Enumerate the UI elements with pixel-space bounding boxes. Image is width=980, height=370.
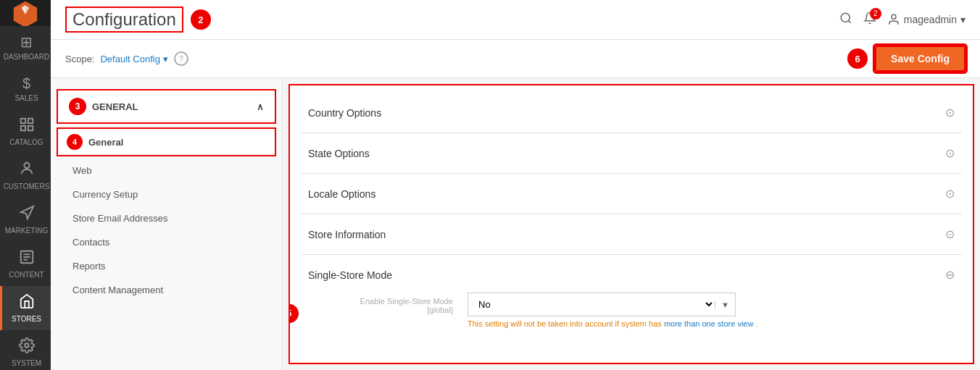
sidebar-item-stores[interactable]: STORES (0, 286, 51, 330)
notification-badge: 2 (870, 8, 881, 20)
scope-select[interactable]: Default Config ▾ (100, 54, 167, 64)
sidebar-item-sales[interactable]: $ SALES (0, 68, 51, 109)
expand-icon: ⊙ (945, 106, 955, 119)
section-title: Country Options (308, 107, 381, 119)
svg-rect-6 (28, 126, 32, 130)
scope-value: Default Config (100, 54, 159, 64)
enable-single-store-mode-row: Enable Single-Store Mode [global] No Yes… (308, 293, 955, 335)
content-icon (19, 249, 35, 269)
magento-logo-icon (12, 0, 38, 26)
sidebar-item-label: SALES (14, 94, 38, 102)
section-title: State Options (308, 148, 370, 159)
expand-icon: ⊙ (945, 187, 955, 201)
sidebar-item-dashboard[interactable]: ⊞ DASHBOARD (0, 26, 51, 68)
header-right: 2 mageadmin ▾ (839, 12, 966, 28)
config-panel: 5 Country Options ⊙ State Options ⊙ Loca… (288, 84, 974, 364)
nav-item-reports[interactable]: Reports (51, 254, 282, 278)
field-note: This setting will not be taken into acco… (468, 319, 758, 328)
nav-item-content-mgmt[interactable]: Content Management (51, 278, 282, 302)
nav-item-contacts[interactable]: Contacts (51, 230, 282, 254)
scope-left: Scope: Default Config ▾ ? (65, 51, 188, 66)
svg-point-13 (841, 13, 850, 22)
content-area: 3 GENERAL ∧ 4 General Web Currency Setup… (51, 78, 980, 370)
save-config-button[interactable]: Save Config (875, 46, 966, 72)
single-store-mode-header: Single-Store Mode ⊖ (308, 268, 955, 282)
nav-section-label: GENERAL (92, 101, 138, 112)
sidebar: ⊞ DASHBOARD $ SALES CATALOG CUSTOMERS MA… (0, 0, 51, 370)
catalog-icon (19, 117, 35, 136)
field-note-link[interactable]: more than one store view (664, 319, 754, 328)
marketing-icon (19, 205, 35, 224)
expand-icon: ⊙ (945, 146, 955, 160)
sidebar-item-marketing[interactable]: MARKETING (0, 198, 51, 242)
sidebar-item-label: CONTENT (9, 271, 43, 279)
sidebar-logo (0, 0, 51, 26)
select-arrow-icon: ▼ (715, 300, 735, 309)
sidebar-item-customers[interactable]: CUSTOMERS (0, 154, 51, 198)
svg-point-12 (25, 343, 29, 348)
sidebar-item-label: STORES (12, 315, 41, 323)
system-icon (19, 337, 35, 357)
search-icon[interactable] (839, 12, 852, 28)
svg-rect-5 (20, 126, 25, 130)
expand-icon: ⊙ (945, 227, 955, 241)
sidebar-item-label: DASHBOARD (4, 53, 49, 61)
page-title-area: Configuration 2 (65, 7, 211, 33)
main-area: Configuration 2 2 mageadmin ▾ (51, 0, 980, 370)
nav-item-general[interactable]: 4 General (57, 127, 276, 156)
sidebar-item-content[interactable]: CONTENT (0, 242, 51, 286)
stores-icon (19, 293, 35, 313)
sidebar-item-catalog[interactable]: CATALOG (0, 109, 51, 154)
step-badge-5: 5 (288, 304, 299, 323)
config-section-state-options[interactable]: State Options ⊙ (301, 133, 962, 174)
help-icon[interactable]: ? (174, 51, 188, 66)
scope-dropdown-icon: ▾ (163, 54, 168, 64)
nav-item-currency[interactable]: Currency Setup (51, 182, 282, 206)
sidebar-item-label: CUSTOMERS (4, 182, 50, 190)
nav-item-web[interactable]: Web (51, 159, 282, 182)
user-dropdown-icon: ▾ (960, 14, 966, 25)
config-section-store-information[interactable]: Store Information ⊙ (301, 214, 962, 255)
sidebar-item-system[interactable]: SYSTEM (0, 330, 51, 370)
sidebar-item-label: SYSTEM (12, 359, 41, 367)
nav-item-store-email[interactable]: Store Email Addresses (51, 206, 282, 230)
single-store-mode-content: Enable Single-Store Mode [global] No Yes… (308, 282, 955, 335)
section-title: Locale Options (308, 188, 375, 200)
top-header: Configuration 2 2 mageadmin ▾ (51, 0, 980, 40)
username: mageadmin (904, 14, 957, 25)
notification-icon[interactable]: 2 (863, 12, 876, 28)
svg-line-14 (848, 20, 850, 22)
config-section-locale-options[interactable]: Locale Options ⊙ (301, 174, 962, 214)
step-badge-2: 2 (191, 9, 211, 30)
nav-section-general[interactable]: 3 GENERAL ∧ (57, 89, 276, 124)
svg-rect-4 (28, 119, 32, 123)
step-badge-4: 4 (67, 134, 83, 150)
section-title: Store Information (308, 229, 386, 240)
dashboard-icon: ⊞ (20, 33, 33, 51)
step-badge-3: 3 (69, 98, 86, 115)
customers-icon (19, 161, 35, 180)
section-title: Single-Store Mode (308, 269, 392, 281)
field-label: Enable Single-Store Mode [global] (308, 293, 453, 314)
collapse-icon: ∧ (257, 101, 264, 112)
svg-rect-3 (20, 119, 25, 123)
sidebar-item-label: MARKETING (5, 227, 48, 235)
field-input: No Yes ▼ This setting will not be taken … (468, 293, 758, 328)
enable-single-store-select[interactable]: No Yes (468, 293, 715, 316)
left-nav: 3 GENERAL ∧ 4 General Web Currency Setup… (51, 78, 283, 370)
user-menu[interactable]: mageadmin ▾ (887, 13, 966, 26)
scope-bar: Scope: Default Config ▾ ? 6 Save Config (51, 40, 980, 78)
step-badge-6: 6 (847, 49, 868, 69)
svg-point-15 (892, 14, 896, 19)
config-section-country-options[interactable]: Country Options ⊙ (301, 93, 962, 133)
enable-single-store-select-wrapper: No Yes ▼ (468, 293, 736, 316)
collapse-icon: ⊖ (945, 268, 955, 282)
svg-point-7 (24, 163, 29, 168)
config-section-single-store-mode[interactable]: Single-Store Mode ⊖ Enable Single-Store … (301, 255, 962, 350)
page-title: Configuration (65, 7, 183, 33)
scope-label: Scope: (65, 54, 94, 64)
sidebar-item-label: CATALOG (9, 138, 43, 146)
sales-icon: $ (22, 75, 30, 92)
